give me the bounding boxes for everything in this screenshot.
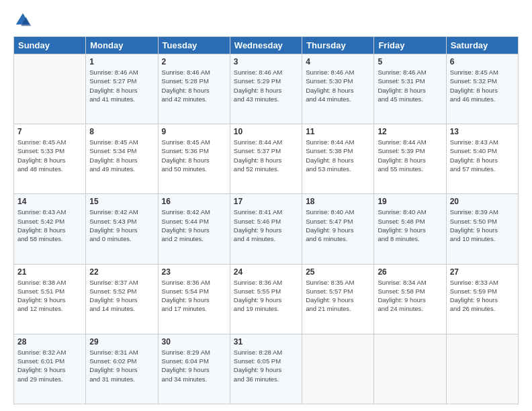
day-number: 8 <box>89 127 154 136</box>
sunset-text: Sunset: 5:57 PM <box>306 287 353 295</box>
sunset-text: Sunset: 5:40 PM <box>450 147 497 154</box>
sunrise-text: Sunrise: 8:36 AM <box>162 279 210 286</box>
calendar-cell: 31Sunrise: 8:28 AMSunset: 6:05 PMDayligh… <box>230 334 302 404</box>
day-number: 28 <box>17 337 82 347</box>
sunrise-text: Sunrise: 8:38 AM <box>17 279 66 286</box>
day-number: 22 <box>89 267 154 277</box>
calendar-week-row: 28Sunrise: 8:32 AMSunset: 6:01 PMDayligh… <box>14 334 519 404</box>
daylight-text-cont: and 36 minutes. <box>234 375 279 383</box>
calendar-week-row: 21Sunrise: 8:38 AMSunset: 5:51 PMDayligh… <box>14 264 519 334</box>
daylight-text-cont: and 12 minutes. <box>17 305 63 312</box>
weekday-header: Friday <box>374 37 446 54</box>
sunset-text: Sunset: 5:44 PM <box>162 218 209 225</box>
day-number: 19 <box>378 197 442 206</box>
day-number: 29 <box>89 337 154 347</box>
daylight-text: Daylight: 8 hours <box>378 156 425 164</box>
sunrise-text: Sunrise: 8:44 AM <box>234 138 282 146</box>
day-number: 13 <box>450 127 515 136</box>
daylight-text-cont: and 21 minutes. <box>306 305 351 312</box>
weekday-header: Monday <box>86 37 158 54</box>
calendar-week-row: 14Sunrise: 8:43 AMSunset: 5:42 PMDayligh… <box>14 194 519 264</box>
sunrise-text: Sunrise: 8:46 AM <box>162 68 210 76</box>
daylight-text: Daylight: 9 hours <box>234 226 281 234</box>
sunset-text: Sunset: 5:37 PM <box>234 147 281 154</box>
day-number: 3 <box>234 57 298 66</box>
daylight-text: Daylight: 8 hours <box>450 87 498 94</box>
day-number: 16 <box>162 197 226 206</box>
sunrise-text: Sunrise: 8:31 AM <box>89 349 138 356</box>
calendar-cell: 3Sunrise: 8:46 AMSunset: 5:29 PMDaylight… <box>230 54 302 124</box>
daylight-text: Daylight: 9 hours <box>306 226 353 234</box>
day-info: Sunrise: 8:46 AMSunset: 5:27 PMDaylight:… <box>89 68 154 103</box>
day-info: Sunrise: 8:45 AMSunset: 5:33 PMDaylight:… <box>17 138 82 173</box>
sunset-text: Sunset: 5:43 PM <box>89 218 136 225</box>
day-info: Sunrise: 8:45 AMSunset: 5:32 PMDaylight:… <box>450 68 515 103</box>
sunset-text: Sunset: 6:05 PM <box>234 357 281 365</box>
daylight-text-cont: and 48 minutes. <box>17 165 63 173</box>
day-number: 11 <box>306 127 370 136</box>
daylight-text: Daylight: 9 hours <box>450 296 498 304</box>
day-number: 1 <box>89 57 154 66</box>
sunrise-text: Sunrise: 8:43 AM <box>17 208 66 216</box>
weekday-header: Thursday <box>302 37 374 54</box>
sunrise-text: Sunrise: 8:33 AM <box>450 279 498 286</box>
sunrise-text: Sunrise: 8:46 AM <box>89 68 138 76</box>
daylight-text: Daylight: 8 hours <box>234 87 281 94</box>
sunset-text: Sunset: 5:54 PM <box>162 287 209 295</box>
sunset-text: Sunset: 5:36 PM <box>162 147 209 154</box>
day-info: Sunrise: 8:36 AMSunset: 5:54 PMDaylight:… <box>162 278 226 314</box>
weekday-header: Sunday <box>14 37 86 54</box>
logo <box>13 11 32 30</box>
calendar-cell: 15Sunrise: 8:42 AMSunset: 5:43 PMDayligh… <box>86 194 158 264</box>
daylight-text-cont: and 0 minutes. <box>89 235 131 242</box>
daylight-text: Daylight: 9 hours <box>17 296 65 304</box>
daylight-text: Daylight: 8 hours <box>450 156 498 164</box>
daylight-text-cont: and 43 minutes. <box>234 95 279 103</box>
sunset-text: Sunset: 6:04 PM <box>162 357 209 365</box>
daylight-text-cont: and 50 minutes. <box>162 165 208 173</box>
daylight-text: Daylight: 9 hours <box>17 366 65 373</box>
calendar-cell: 5Sunrise: 8:46 AMSunset: 5:31 PMDaylight… <box>374 54 446 124</box>
daylight-text-cont: and 19 minutes. <box>234 305 279 312</box>
day-info: Sunrise: 8:42 AMSunset: 5:44 PMDaylight:… <box>162 208 226 243</box>
daylight-text: Daylight: 9 hours <box>89 296 137 304</box>
sunset-text: Sunset: 5:42 PM <box>17 218 64 225</box>
day-info: Sunrise: 8:46 AMSunset: 5:29 PMDaylight:… <box>234 68 298 103</box>
day-number: 17 <box>234 197 298 206</box>
daylight-text: Daylight: 9 hours <box>450 226 498 234</box>
day-number: 23 <box>162 267 226 277</box>
sunset-text: Sunset: 5:34 PM <box>89 147 136 154</box>
sunrise-text: Sunrise: 8:44 AM <box>378 138 426 146</box>
day-info: Sunrise: 8:32 AMSunset: 6:01 PMDaylight:… <box>17 348 82 383</box>
daylight-text: Daylight: 9 hours <box>89 366 137 373</box>
daylight-text: Daylight: 8 hours <box>89 156 137 164</box>
sunrise-text: Sunrise: 8:45 AM <box>89 138 138 146</box>
daylight-text-cont: and 29 minutes. <box>17 375 63 383</box>
day-number: 25 <box>306 267 370 277</box>
calendar-cell: 2Sunrise: 8:46 AMSunset: 5:28 PMDaylight… <box>158 54 230 124</box>
sunrise-text: Sunrise: 8:34 AM <box>378 279 426 286</box>
calendar-cell: 10Sunrise: 8:44 AMSunset: 5:37 PMDayligh… <box>230 124 302 194</box>
day-number: 5 <box>378 57 442 66</box>
day-info: Sunrise: 8:33 AMSunset: 5:59 PMDaylight:… <box>450 278 515 314</box>
daylight-text: Daylight: 8 hours <box>162 87 210 94</box>
daylight-text-cont: and 41 minutes. <box>89 95 135 103</box>
sunrise-text: Sunrise: 8:40 AM <box>378 208 426 216</box>
day-info: Sunrise: 8:45 AMSunset: 5:34 PMDaylight:… <box>89 138 154 173</box>
calendar-cell: 22Sunrise: 8:37 AMSunset: 5:52 PMDayligh… <box>86 264 158 334</box>
daylight-text-cont: and 46 minutes. <box>450 95 496 103</box>
calendar-cell: 21Sunrise: 8:38 AMSunset: 5:51 PMDayligh… <box>14 264 86 334</box>
day-number: 18 <box>306 197 370 206</box>
daylight-text: Daylight: 9 hours <box>162 226 210 234</box>
day-number: 2 <box>162 57 226 66</box>
sunset-text: Sunset: 5:29 PM <box>234 77 281 85</box>
daylight-text-cont: and 26 minutes. <box>450 305 496 312</box>
day-info: Sunrise: 8:34 AMSunset: 5:58 PMDaylight:… <box>378 278 442 314</box>
calendar-cell: 9Sunrise: 8:45 AMSunset: 5:36 PMDaylight… <box>158 124 230 194</box>
calendar-cell <box>302 334 374 404</box>
calendar-cell <box>14 54 86 124</box>
sunrise-text: Sunrise: 8:46 AM <box>234 68 282 76</box>
day-info: Sunrise: 8:31 AMSunset: 6:02 PMDaylight:… <box>89 348 154 383</box>
daylight-text: Daylight: 8 hours <box>306 156 353 164</box>
day-number: 31 <box>234 337 298 347</box>
